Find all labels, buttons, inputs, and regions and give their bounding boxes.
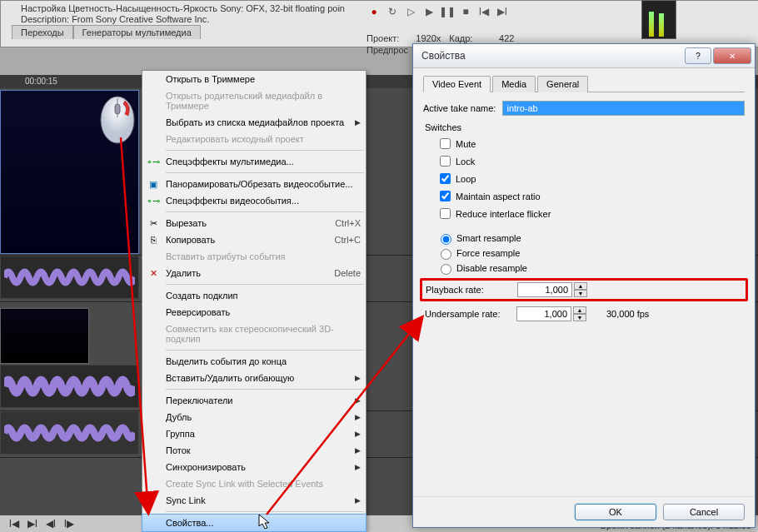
undersample-spin[interactable]: ▲▼: [573, 306, 586, 321]
undersample-rate-label: Undersample rate:: [425, 309, 516, 319]
copy-icon: ⎘: [147, 233, 160, 246]
tab-transitions[interactable]: Переходы: [12, 25, 73, 39]
menu-switches[interactable]: Переключатели▶: [142, 392, 366, 409]
transport-toolbar: ● ↻ ▷ ▶ ❚❚ ■ I◀ ▶I: [367, 4, 510, 19]
loop-checkbox[interactable]: [440, 173, 451, 184]
help-button[interactable]: ?: [685, 47, 711, 64]
menu-group[interactable]: Группа▶: [142, 425, 366, 442]
loop-button[interactable]: ↻: [385, 4, 400, 19]
cursor-icon: [258, 514, 272, 532]
force-label: Force resample: [456, 248, 520, 258]
active-take-input[interactable]: [502, 101, 745, 116]
tab-media[interactable]: Media: [492, 76, 536, 92]
undersample-rate-input[interactable]: [516, 306, 571, 321]
eventfx-icon: ∘⊸: [147, 194, 160, 207]
lock-label: Lock: [456, 157, 475, 167]
fx-icon: ∘⊸: [147, 155, 160, 168]
next-button[interactable]: ▶I: [495, 4, 510, 19]
cut-icon: ✂: [147, 216, 160, 230]
lock-checkbox[interactable]: [440, 156, 451, 167]
audio-clip-3[interactable]: [0, 411, 139, 455]
preview-label: Предпрос: [367, 45, 408, 55]
menu-open-trimmer[interactable]: Открыть в Триммере: [142, 71, 366, 87]
project-info: Проект: 1920x Кадр: 422: [367, 33, 514, 43]
cancel-button[interactable]: Cancel: [663, 504, 745, 520]
playback-highlight: Playback rate: ▲▼: [420, 278, 748, 301]
play-from-start-button[interactable]: ▶: [421, 4, 436, 19]
menu-subclip[interactable]: Создать подклип: [142, 287, 366, 304]
audio-clip-2[interactable]: [0, 365, 139, 408]
delete-icon: ✕: [147, 266, 160, 280]
aspect-label: Maintain aspect ratio: [456, 191, 541, 201]
level-meter: [641, 0, 676, 39]
menu-3d: Совместить как стереоскопический 3D-подк…: [142, 321, 366, 347]
menu-sync[interactable]: Синхронизировать▶: [142, 459, 366, 475]
menu-edit-source: Редактировать исходный проект: [142, 131, 366, 147]
menu-sync-link[interactable]: Sync Link▶: [142, 492, 366, 509]
preview-thumbnail[interactable]: [0, 308, 89, 364]
menu-delete[interactable]: ✕УдалитьDelete: [142, 265, 366, 281]
playback-spin[interactable]: ▲▼: [574, 282, 587, 297]
smart-radio[interactable]: [441, 234, 451, 245]
description-text: Description: From Sony Creative Software…: [21, 14, 209, 24]
bottom-next[interactable]: ▶I: [25, 516, 40, 531]
fps-label: 30,000 fps: [606, 309, 649, 319]
menu-take[interactable]: Дубль▶: [142, 409, 366, 425]
menu-event-fx[interactable]: ∘⊸Спецэффекты видеособытия...: [142, 192, 366, 209]
dialog-title: Свойства: [421, 50, 466, 62]
menu-paste-attr: Вставить атрибуты события: [142, 248, 366, 265]
mute-label: Mute: [456, 139, 476, 149]
mute-checkbox[interactable]: [440, 138, 451, 149]
tab-generators[interactable]: Генераторы мультимедиа: [73, 25, 201, 39]
bottom-prev[interactable]: I◀: [7, 516, 22, 531]
mouse-illustration: [100, 96, 135, 144]
menu-select-from-list[interactable]: Выбрать из списка медиафайлов проекта▶: [142, 114, 366, 131]
record-button[interactable]: ●: [367, 4, 381, 19]
ok-button[interactable]: OK: [575, 504, 656, 520]
disable-radio[interactable]: [441, 264, 451, 275]
interlace-label: Reduce interlace flicker: [456, 209, 551, 219]
close-button[interactable]: ✕: [713, 47, 751, 64]
smart-label: Smart resample: [456, 233, 521, 243]
aspect-checkbox[interactable]: [440, 191, 451, 201]
dialog-titlebar[interactable]: Свойства ? ✕: [413, 44, 755, 68]
prev-button[interactable]: I◀: [476, 4, 491, 19]
menu-select-end[interactable]: Выделить события до конца: [142, 353, 366, 370]
playback-rate-input[interactable]: [517, 282, 572, 297]
bottom-step-fwd[interactable]: I▶: [62, 516, 77, 531]
bottom-step-back[interactable]: ◀I: [43, 516, 58, 531]
menu-media-fx[interactable]: ∘⊸Спецэффекты мультимедиа...: [142, 153, 366, 170]
tab-video-event[interactable]: Video Event: [423, 76, 491, 92]
svg-rect-2: [115, 104, 120, 114]
audio-clip-1[interactable]: [0, 256, 139, 299]
config-text: Настройка Цветность-Насыщенность-Яркость…: [21, 3, 345, 13]
context-menu: Открыть в Триммере Открыть родительский …: [142, 70, 367, 532]
menu-envelope[interactable]: Вставить/Удалить огибающую▶: [142, 370, 366, 386]
playback-rate-label: Playback rate:: [426, 285, 517, 295]
menu-create-sync: Create Sync Link with Selected Events: [142, 475, 366, 492]
menu-cut[interactable]: ✂ВырезатьCtrl+X: [142, 215, 366, 231]
disable-label: Disable resample: [456, 263, 527, 273]
switches-group-label: Switches: [425, 122, 745, 132]
menu-reverse[interactable]: Реверсировать: [142, 304, 366, 321]
menu-stream[interactable]: Поток▶: [142, 442, 366, 459]
menu-copy[interactable]: ⎘КопироватьCtrl+C: [142, 231, 366, 248]
pause-button[interactable]: ❚❚: [440, 4, 455, 19]
loop-label: Loop: [456, 174, 476, 184]
menu-pan-crop[interactable]: ▣Панорамировать/Обрезать видеособытие...: [142, 176, 366, 192]
interlace-checkbox[interactable]: [440, 208, 451, 219]
menu-open-parent: Открыть родительский медиафайл в Триммер…: [142, 87, 366, 114]
stop-button[interactable]: ■: [458, 4, 473, 19]
play-button[interactable]: ▷: [403, 4, 418, 19]
properties-dialog: Свойства ? ✕ Video Event Media General A…: [412, 43, 756, 528]
pancrop-icon: ▣: [147, 177, 160, 191]
menu-properties[interactable]: Свойства...: [142, 514, 367, 532]
tab-general[interactable]: General: [537, 76, 588, 92]
active-take-label: Active take name:: [423, 103, 496, 113]
force-radio[interactable]: [441, 249, 451, 260]
